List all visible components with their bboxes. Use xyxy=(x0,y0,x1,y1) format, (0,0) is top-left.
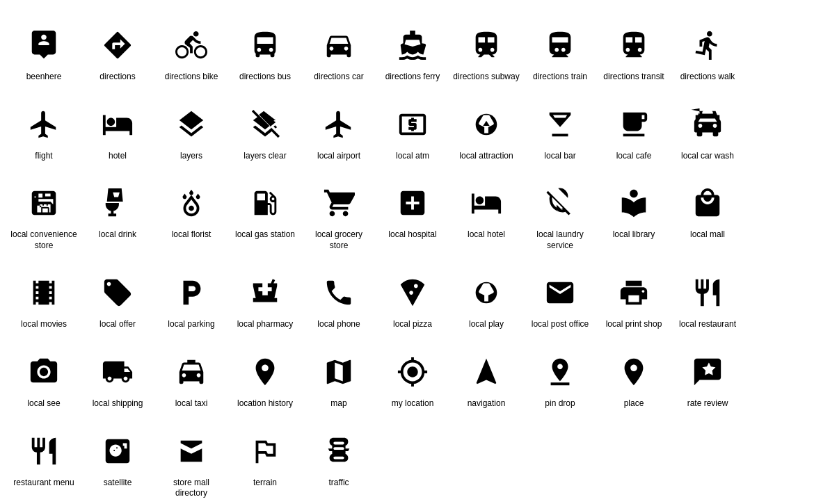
rate-review-icon xyxy=(687,351,728,393)
local-library-icon xyxy=(613,182,655,224)
layers-icon xyxy=(170,104,212,145)
icon-item-local-hospital: local hospital xyxy=(376,172,449,261)
satellite-label: satellite xyxy=(104,478,132,489)
layers-clear-label: layers clear xyxy=(244,151,286,162)
local-phone-label: local phone xyxy=(317,319,360,330)
icon-item-local-restaurant: local restaurant xyxy=(671,261,744,341)
local-mall-label: local mall xyxy=(690,229,725,241)
local-shipping-label: local shipping xyxy=(93,398,143,409)
local-gas-station-icon xyxy=(244,182,286,224)
local-car-wash-icon xyxy=(687,104,728,145)
local-atm-label: local atm xyxy=(396,151,429,162)
local-hotel-icon xyxy=(465,182,507,224)
beenhere-label: beenhere xyxy=(26,72,62,83)
local-post-office-icon xyxy=(539,272,581,314)
local-laundry-service-icon xyxy=(539,182,581,224)
icon-item-local-pharmacy: local pharmacy xyxy=(228,261,302,341)
local-convenience-store-icon xyxy=(23,182,65,224)
directions-car-label: directions car xyxy=(314,72,363,83)
local-restaurant-label: local restaurant xyxy=(679,319,736,330)
icon-item-local-grocery-store: local grocery store xyxy=(302,172,376,261)
terrain-icon xyxy=(244,430,286,472)
icon-item-local-laundry-service: local laundry service xyxy=(523,172,597,261)
local-attraction-label: local attraction xyxy=(459,151,513,162)
local-convenience-store-label: local convenience store xyxy=(10,229,77,251)
local-library-label: local library xyxy=(613,229,655,241)
local-cafe-icon xyxy=(613,104,655,145)
local-post-office-label: local post office xyxy=(532,319,589,330)
icon-item-local-taxi: local taxi xyxy=(154,341,228,420)
icon-item-local-play: local play xyxy=(449,261,523,341)
layers-clear-icon xyxy=(244,104,286,145)
icon-item-directions-train: directions train xyxy=(523,14,597,93)
local-cafe-label: local cafe xyxy=(616,151,652,162)
local-parking-label: local parking xyxy=(168,319,214,330)
local-drink-icon xyxy=(97,182,138,224)
local-play-label: local play xyxy=(469,319,504,330)
directions-bus-icon xyxy=(244,24,286,66)
local-movies-icon xyxy=(23,272,65,314)
local-laundry-service-label: local laundry service xyxy=(527,229,593,251)
directions-ferry-icon xyxy=(392,24,433,66)
svg-point-0 xyxy=(40,368,48,376)
local-florist-label: local florist xyxy=(172,229,212,241)
icon-item-map: map xyxy=(302,341,376,420)
icon-item-hotel: hotel xyxy=(81,93,154,172)
directions-subway-icon xyxy=(465,24,507,66)
icon-item-local-print-shop: local print shop xyxy=(597,261,671,341)
local-print-shop-icon xyxy=(613,272,655,314)
local-pizza-label: local pizza xyxy=(393,319,432,330)
icon-item-local-library: local library xyxy=(597,172,671,261)
navigation-icon xyxy=(465,351,507,393)
icon-item-local-see: local see xyxy=(7,341,81,420)
icon-item-local-bar: local bar xyxy=(523,93,597,172)
beenhere-icon xyxy=(23,24,65,66)
icon-item-local-florist: local florist xyxy=(154,172,228,261)
icon-item-local-mall: local mall xyxy=(671,172,744,261)
local-taxi-icon xyxy=(170,351,212,393)
local-drink-label: local drink xyxy=(99,229,136,241)
icon-item-rate-review: rate review xyxy=(671,341,744,420)
location-history-label: location history xyxy=(237,398,293,409)
local-grocery-store-label: local grocery store xyxy=(305,229,372,251)
local-airport-icon xyxy=(318,104,360,145)
local-restaurant-icon xyxy=(687,272,728,314)
directions-transit-label: directions transit xyxy=(603,72,664,83)
flight-icon xyxy=(23,104,65,145)
directions-walk-icon xyxy=(687,24,728,66)
local-hospital-icon xyxy=(392,182,433,224)
local-see-label: local see xyxy=(27,398,60,409)
local-movies-label: local movies xyxy=(21,319,67,330)
icon-item-beenhere: beenhere xyxy=(7,14,81,93)
icon-item-local-cafe: local cafe xyxy=(597,93,671,172)
hotel-icon xyxy=(97,104,138,145)
local-airport-label: local airport xyxy=(317,151,360,162)
my-location-label: my location xyxy=(392,398,434,409)
layers-label: layers xyxy=(180,151,202,162)
local-offer-label: local offer xyxy=(99,319,136,330)
local-see-icon xyxy=(23,351,65,393)
map-icon xyxy=(318,351,360,393)
local-pizza-icon xyxy=(392,272,433,314)
restaurant-menu-icon xyxy=(23,430,65,472)
icon-item-directions-subway: directions subway xyxy=(449,14,523,93)
directions-icon xyxy=(97,24,138,66)
directions-bike-icon xyxy=(170,24,212,66)
traffic-label: traffic xyxy=(328,478,349,489)
place-label: place xyxy=(624,398,644,409)
local-taxi-label: local taxi xyxy=(175,398,208,409)
icon-item-directions-bus: directions bus xyxy=(228,14,302,93)
icon-item-directions: directions xyxy=(81,14,154,93)
directions-car-icon xyxy=(318,24,360,66)
local-hospital-label: local hospital xyxy=(388,229,436,241)
satellite-icon xyxy=(97,430,138,472)
location-history-icon xyxy=(244,351,286,393)
directions-ferry-label: directions ferry xyxy=(385,72,440,83)
local-phone-icon xyxy=(318,272,360,314)
local-grocery-store-icon xyxy=(318,182,360,224)
icon-item-local-movies: local movies xyxy=(7,261,81,341)
icon-item-navigation: navigation xyxy=(449,341,523,420)
icon-item-local-post-office: local post office xyxy=(523,261,597,341)
local-shipping-icon xyxy=(97,351,138,393)
icon-item-local-car-wash: local car wash xyxy=(671,93,744,172)
